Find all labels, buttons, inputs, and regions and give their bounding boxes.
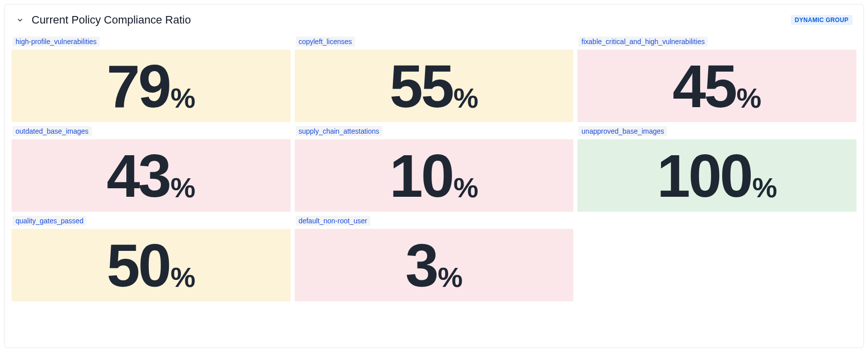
metric-box: 43% — [12, 139, 291, 212]
metric-box: 100% — [577, 139, 856, 212]
metric-unapproved-base-images[interactable]: unapproved_base_images 100% — [577, 126, 856, 212]
metric-label: default_non-root_user — [296, 216, 370, 226]
panel-header: Current Policy Compliance Ratio DYNAMIC … — [12, 14, 856, 27]
metric-unit: % — [170, 261, 195, 293]
compliance-panel: Current Policy Compliance Ratio DYNAMIC … — [4, 4, 864, 348]
metric-label: fixable_critical_and_high_vulnerabilitie… — [578, 37, 708, 47]
metric-fixable-critical-and-high-vulnerabilities[interactable]: fixable_critical_and_high_vulnerabilitie… — [577, 37, 856, 122]
metric-supply-chain-attestations[interactable]: supply_chain_attestations 10% — [295, 126, 574, 212]
metric-value: 55 — [389, 56, 452, 116]
panel-title: Current Policy Compliance Ratio — [32, 14, 191, 27]
metric-label: outdated_base_images — [13, 126, 92, 136]
metric-unit: % — [438, 261, 463, 293]
metric-value: 79 — [107, 56, 169, 116]
metric-box: 79% — [12, 50, 291, 122]
metric-value: 10 — [389, 146, 452, 206]
metric-outdated-base-images[interactable]: outdated_base_images 43% — [12, 126, 291, 212]
metric-unit: % — [170, 82, 195, 114]
metric-value: 43 — [107, 146, 169, 206]
metric-high-profile-vulnerabilities[interactable]: high-profile_vulnerabilities 79% — [12, 37, 291, 122]
metric-box: 3% — [295, 229, 574, 301]
metric-box: 55% — [295, 50, 574, 122]
metric-unit: % — [737, 82, 762, 114]
metric-value: 45 — [673, 56, 735, 116]
metric-label: unapproved_base_images — [578, 126, 667, 136]
metric-box: 50% — [12, 229, 291, 301]
metric-label: quality_gates_passed — [13, 216, 86, 226]
metric-value: 50 — [107, 235, 169, 295]
chevron-down-icon[interactable] — [16, 16, 25, 25]
metric-value: 100 — [657, 146, 751, 206]
metric-unit: % — [170, 171, 195, 204]
metric-value: 3 — [405, 235, 437, 295]
metrics-grid: high-profile_vulnerabilities 79% copylef… — [12, 37, 856, 301]
dynamic-group-badge[interactable]: DYNAMIC GROUP — [791, 15, 852, 25]
panel-header-left: Current Policy Compliance Ratio — [16, 14, 191, 27]
metric-unit: % — [752, 171, 777, 204]
metric-unit: % — [454, 82, 479, 114]
metric-label: supply_chain_attestations — [296, 126, 382, 136]
metric-default-non-root-user[interactable]: default_non-root_user 3% — [295, 216, 574, 301]
metric-unit: % — [454, 171, 479, 204]
metric-quality-gates-passed[interactable]: quality_gates_passed 50% — [12, 216, 291, 301]
metric-label: high-profile_vulnerabilities — [13, 37, 100, 47]
metric-copyleft-licenses[interactable]: copyleft_licenses 55% — [295, 37, 574, 122]
metric-label: copyleft_licenses — [296, 37, 355, 47]
metric-box: 45% — [577, 50, 856, 122]
metric-box: 10% — [295, 139, 574, 212]
